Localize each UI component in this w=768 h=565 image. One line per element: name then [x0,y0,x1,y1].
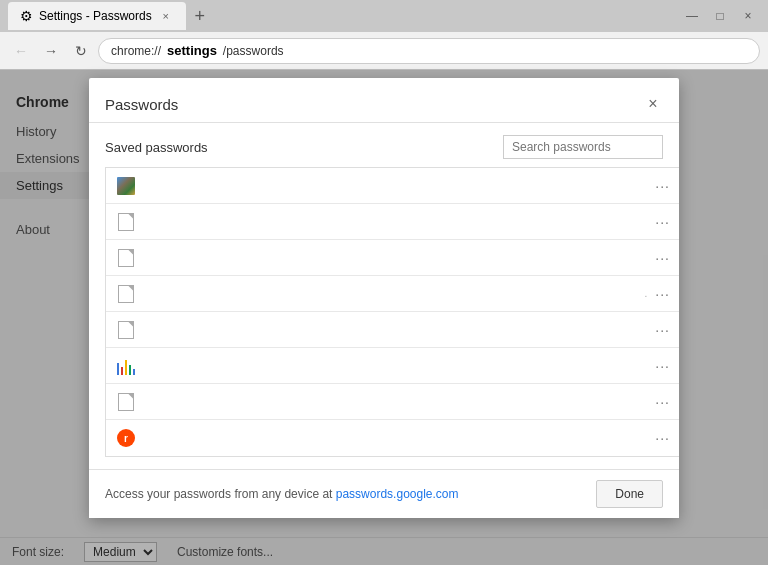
row-favicon [114,390,138,414]
dialog-close-button[interactable]: × [643,94,663,114]
saved-passwords-header: Saved passwords [89,123,679,167]
footer-text: Access your passwords from any device at… [105,487,459,501]
address-bar: ← → ↻ chrome://settings/passwords [0,32,768,70]
row-menu-button[interactable]: ··· [651,212,674,232]
saved-passwords-label: Saved passwords [105,140,208,155]
reload-button[interactable]: ↻ [68,38,94,64]
done-button[interactable]: Done [596,480,663,508]
site-favicon-image [117,177,135,195]
table-row: ··· [106,384,679,420]
row-menu-button[interactable]: ··· [651,248,674,268]
site-favicon-doc [118,285,134,303]
browser-tab[interactable]: ⚙ Settings - Passwords × [8,2,186,30]
forward-button[interactable]: → [38,38,64,64]
row-favicon [114,174,138,198]
row-favicon: r [114,426,138,450]
site-favicon-doc [118,213,134,231]
minimize-button[interactable]: — [680,4,704,28]
dialog-scroll-area[interactable]: Saved passwords ··· [89,123,679,469]
site-favicon-doc [118,249,134,267]
url-suffix: /passwords [223,44,284,58]
site-favicon-doc [118,393,134,411]
dialog-overlay: Passwords × Saved passwords [0,70,768,565]
url-main: settings [167,43,217,58]
tab-icon: ⚙ [20,8,33,24]
tab-title: Settings - Passwords [39,9,152,23]
row-menu-button[interactable]: ··· [651,356,674,376]
new-tab-button[interactable]: + [186,2,214,30]
never-saved-section: Never saved V [89,457,679,469]
dialog-header: Passwords × [89,78,679,123]
title-bar: ⚙ Settings - Passwords × + — □ × [0,0,768,32]
row-menu-button[interactable]: ··· [651,428,674,448]
passwords-dialog: Passwords × Saved passwords [89,78,679,518]
tab-close-button[interactable]: × [158,8,174,24]
main-content: Chrome History Extensions Settings About… [0,70,768,565]
close-window-button[interactable]: × [736,4,760,28]
row-favicon [114,246,138,270]
row-favicon [114,318,138,342]
row-dot: . [645,288,648,299]
row-menu-button[interactable]: ··· [651,392,674,412]
url-prefix: chrome:// [111,44,161,58]
table-row: . ··· [106,276,679,312]
back-button[interactable]: ← [8,38,34,64]
window-controls: — □ × [680,4,760,28]
password-list: ··· ··· [105,167,679,457]
site-favicon-reddit: r [117,429,135,447]
row-menu-button[interactable]: ··· [651,176,674,196]
dialog-title: Passwords [105,96,178,113]
search-input[interactable] [503,135,663,159]
table-row: ··· [106,168,679,204]
row-favicon [114,354,138,378]
table-row: ··· [106,204,679,240]
row-menu-button[interactable]: ··· [651,284,674,304]
site-favicon-doc [118,321,134,339]
dialog-body: Saved passwords ··· [89,123,679,469]
table-row: r ··· [106,420,679,456]
row-favicon [114,210,138,234]
row-favicon [114,282,138,306]
dialog-footer: Access your passwords from any device at… [89,469,679,518]
maximize-button[interactable]: □ [708,4,732,28]
url-bar[interactable]: chrome://settings/passwords [98,38,760,64]
site-favicon-google [117,357,135,375]
footer-link[interactable]: passwords.google.com [336,487,459,501]
table-row: ··· [106,348,679,384]
row-menu-button[interactable]: ··· [651,320,674,340]
table-row: ··· [106,240,679,276]
table-row: ··· [106,312,679,348]
